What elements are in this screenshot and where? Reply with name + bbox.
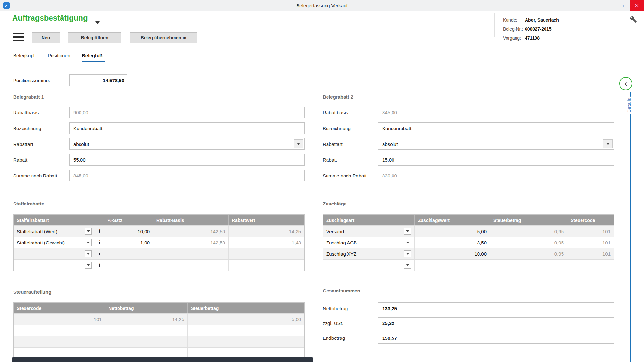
staffelrabatte-table: Staffelrabattart %-Satz Rabatt-Basis Rab… [13,214,305,271]
table-row: Staffelrabatt (Wert) i 10,00 142,50 14,2… [14,225,304,237]
rabattart-label: Rabattart [13,141,69,147]
bezeichnung-input[interactable]: Kundenrabatt [69,122,305,134]
chevron-down-icon[interactable] [404,228,411,235]
tab-positionen[interactable]: Positionen [48,53,70,58]
positionssumme-input[interactable]: 14.578,50 [69,74,127,86]
rabattart-value: absolut [382,141,398,147]
divider [48,97,305,97]
steuerbetrag-cell: 0,95 [490,226,567,237]
satz-cell[interactable]: 10,00 [104,226,153,237]
staffelrabattart-cell[interactable] [14,260,95,271]
nettobetrag-input[interactable]: 133,25 [378,302,614,314]
chevron-down-icon[interactable] [294,139,303,148]
staffelrabattart-cell[interactable]: Staffelrabatt (Wert) [14,226,95,237]
satz-cell[interactable] [104,248,153,259]
rabattart-select[interactable]: absolut [69,138,305,150]
info-icon[interactable]: i [95,260,104,271]
doc-type-dropdown-icon[interactable] [95,21,100,24]
zuschlagswert-cell[interactable]: 5,00 [414,226,490,237]
form-row: Rabattbasis 900,00 [13,107,305,118]
belegrabatt1-title: Belegrabatt 1 [13,94,44,100]
chevron-down-icon[interactable] [85,250,92,257]
chevron-down-icon[interactable] [404,262,411,269]
table-row [14,325,304,336]
nettobetrag-cell [105,348,187,358]
form-row: Rabatt 15,00 [323,154,614,166]
info-icon[interactable]: i [95,226,104,237]
steuerbetrag-cell: 5,00 [187,314,304,325]
zuschlagsart-cell[interactable]: Zuschlag XYZ [323,248,414,259]
satz-cell[interactable]: 1,00 [104,237,153,248]
staffelrabattart-cell[interactable]: Staffelrabatt (Gewicht) [14,237,95,248]
summe-nach-rabatt-input: 830,00 [378,170,614,181]
maximize-button[interactable]: □ [615,0,630,11]
tab-belegkopf[interactable]: Belegkopf [13,53,35,58]
tab-belegfuss[interactable]: Belegfuß [82,53,102,58]
table-row [14,347,304,358]
rabattart-label: Rabattart [323,141,378,147]
nettobetrag-cell [105,336,187,347]
belegrabatt2-title: Belegrabatt 2 [323,94,353,100]
beleg-oeffnen-button[interactable]: Beleg öffnen [68,32,121,43]
belegrabatt1-form: Rabattbasis 900,00 Bezeichnung Kundenrab… [13,107,305,186]
cell-value: Staffelrabatt (Wert) [17,229,57,234]
menu-icon[interactable] [13,33,24,41]
chevron-down-icon[interactable] [85,262,92,269]
cell-value: Zuschlag XYZ [326,251,356,257]
wert-cell: 1,43 [228,237,304,248]
steuerbetrag-cell [187,348,304,358]
details-expand-button[interactable]: ‹ [619,77,632,90]
satz-cell[interactable] [104,260,153,271]
minimize-icon: – [606,3,609,8]
steuerbetrag-cell [187,325,304,336]
zuschlagsart-cell[interactable] [323,260,414,271]
close-button[interactable]: × [630,0,644,11]
clipped-dark-bar [12,357,313,362]
belegrabatt1-header: Belegrabatt 1 [13,94,305,100]
rabattart-select[interactable]: absolut [378,138,614,150]
zuschlaege-title: Zuschläge [323,201,346,206]
form-row: Summe nach Rabatt 845,00 [13,170,305,181]
zuschlagsart-cell[interactable]: Zuschlag ACB [323,237,414,248]
window-title: Belegerfassung Verkauf [0,0,644,11]
chevron-down-icon[interactable] [404,239,411,246]
rabatt-input[interactable]: 55,00 [69,154,305,166]
table-row: Staffelrabatt (Gewicht) i 1,00 142,50 1,… [14,237,304,248]
zuschlagswert-cell[interactable]: 3,50 [414,237,490,248]
info-icon[interactable]: i [95,237,104,248]
rabatt-label: Rabatt [13,157,69,163]
wrench-icon[interactable] [630,16,637,23]
zuschlagswert-cell[interactable]: 10,00 [414,248,490,259]
belegnr-value: 600027-2015 [525,26,559,32]
staffelrabattart-cell[interactable] [14,248,95,259]
divider [365,291,614,291]
tabs-separator [0,62,644,62]
rabattbasis-input: 845,00 [378,107,614,118]
basis-cell: 142,50 [153,237,228,248]
chevron-down-icon[interactable] [85,239,92,246]
rabatt-input[interactable]: 15,00 [378,154,614,166]
basis-cell [153,260,228,271]
wert-cell [228,248,304,259]
nettobetrag-label: Nettobetrag [323,306,378,311]
bezeichnung-input[interactable]: Kundenrabatt [378,122,614,134]
form-row: Bezeichnung Kundenrabatt [323,122,614,134]
chevron-down-icon[interactable] [85,228,92,235]
info-icon[interactable]: i [95,248,104,259]
app-window: Belegerfassung Verkauf – □ × Auftragsbes… [0,0,644,362]
chevron-down-icon[interactable] [603,139,613,148]
neu-button[interactable]: Neu [32,32,60,43]
details-panel-label[interactable]: Details [626,97,632,114]
chevron-down-icon[interactable] [404,250,411,257]
endbetrag-input[interactable]: 158,57 [378,332,614,344]
form-row: Bezeichnung Kundenrabatt [13,122,305,134]
minimize-button[interactable]: – [601,0,615,11]
beleg-uebernehmen-button[interactable]: Beleg übernehmen in [130,32,197,43]
positionssumme-value: 14.578,50 [103,78,124,83]
zuschlagsart-cell[interactable]: Versand [323,226,414,237]
zuschlagswert-cell[interactable] [414,260,490,271]
column-header: Zuschlagswert [414,215,490,225]
steuercode-cell [14,336,105,347]
ust-input[interactable]: 25,32 [378,317,614,329]
cell-value: Versand [326,229,344,234]
